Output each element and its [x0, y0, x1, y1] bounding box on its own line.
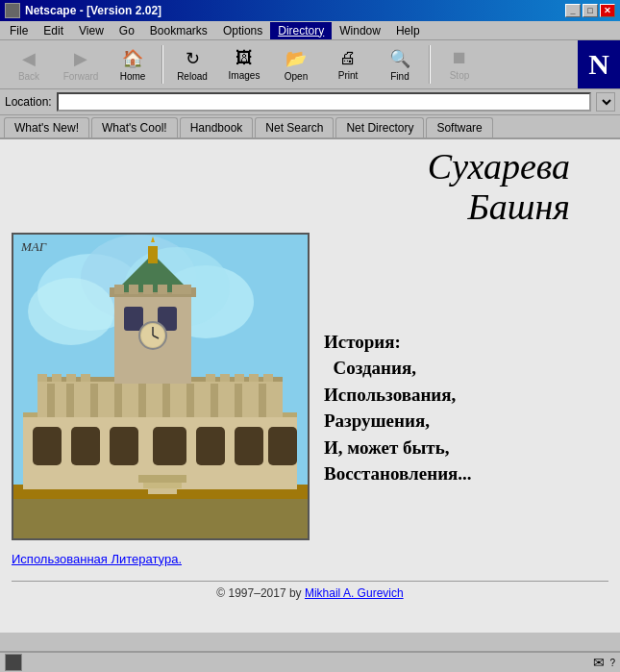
images-icon: 🖼	[236, 48, 253, 68]
svg-rect-12	[110, 427, 138, 465]
menu-window[interactable]: Window	[332, 22, 388, 39]
open-icon: 📂	[285, 48, 307, 69]
svg-rect-22	[114, 384, 122, 417]
svg-rect-14	[196, 427, 225, 465]
app-icon	[5, 3, 20, 18]
back-label: Back	[18, 71, 39, 82]
menu-directory[interactable]: Directory	[270, 22, 332, 39]
svg-rect-49	[81, 374, 90, 382]
svg-rect-28	[259, 384, 266, 417]
toolbar: ◀ Back ▶ Forward 🏠 Home ↻ Reload 🖼 Image…	[0, 40, 620, 89]
menu-bookmarks[interactable]: Bookmarks	[142, 22, 215, 39]
ru-line-3: Использования,	[324, 382, 472, 409]
minimize-button[interactable]: _	[565, 4, 581, 17]
svg-rect-44	[172, 285, 182, 294]
find-button[interactable]: 🔍 Find	[375, 43, 425, 86]
images-label: Images	[229, 70, 260, 81]
images-button[interactable]: 🖼 Images	[219, 43, 269, 86]
svg-rect-52	[235, 374, 244, 382]
menu-file[interactable]: File	[2, 22, 36, 39]
russian-description: История: Создания, Использования, Разруш…	[324, 233, 472, 540]
reload-label: Reload	[177, 71, 208, 82]
ru-line-4: Разрушения,	[324, 408, 472, 435]
status-left	[5, 654, 27, 671]
svg-rect-54	[263, 374, 273, 382]
close-button[interactable]: ✕	[600, 4, 615, 17]
svg-rect-57	[148, 488, 177, 494]
menu-help[interactable]: Help	[388, 22, 428, 39]
menu-options[interactable]: Options	[215, 22, 270, 39]
copyright-link[interactable]: Mikhail A. Gurevich	[305, 586, 404, 600]
home-icon: 🏠	[122, 48, 143, 69]
menu-edit[interactable]: Edit	[36, 22, 71, 39]
print-button[interactable]: 🖨 Print	[323, 43, 373, 86]
toolbar-separator2	[429, 45, 431, 84]
copyright: © 1997–2017 by Mikhail A. Gurevich	[12, 581, 608, 600]
svg-rect-46	[37, 374, 47, 382]
building-svg	[13, 235, 310, 540]
tab-handbook[interactable]: Handbook	[180, 117, 254, 137]
menu-go[interactable]: Go	[112, 22, 142, 39]
svg-rect-15	[235, 427, 263, 465]
location-bar: Location:	[0, 89, 620, 115]
building-image: МАГ	[12, 233, 310, 540]
ru-line-1: История:	[324, 329, 472, 356]
forward-button[interactable]: ▶ Forward	[56, 43, 106, 86]
nav-tabs: What's New! What's Cool! Handbook Net Se…	[0, 115, 620, 139]
find-icon: 🔍	[389, 48, 410, 69]
title-line2: Башня	[12, 187, 570, 228]
svg-rect-40	[114, 285, 124, 294]
status-info: ?	[609, 658, 615, 668]
svg-rect-11	[71, 427, 100, 465]
forward-label: Forward	[63, 71, 99, 82]
title-left: Netscape - [Version 2.02]	[5, 3, 161, 18]
svg-rect-48	[66, 374, 76, 382]
tab-whats-cool[interactable]: What's Cool!	[91, 117, 178, 137]
svg-rect-56	[143, 483, 182, 488]
svg-rect-16	[268, 427, 297, 465]
back-icon: ◀	[22, 48, 36, 69]
find-label: Find	[390, 71, 409, 82]
main-row: МАГ	[12, 233, 608, 540]
open-button[interactable]: 📂 Open	[271, 43, 321, 86]
svg-rect-42	[143, 285, 153, 294]
stop-button[interactable]: ⏹ Stop	[434, 43, 484, 86]
stop-icon: ⏹	[451, 48, 468, 68]
svg-rect-6	[13, 494, 310, 540]
menubar: File Edit View Go Bookmarks Options Dire…	[0, 21, 620, 40]
tab-software[interactable]: Software	[426, 117, 492, 137]
tab-net-search[interactable]: Net Search	[255, 117, 334, 137]
svg-rect-31	[124, 307, 143, 331]
location-input[interactable]	[57, 92, 591, 112]
svg-rect-25	[186, 384, 194, 417]
literature-link[interactable]: Использованная Литература.	[12, 552, 182, 566]
reload-icon: ↻	[186, 48, 200, 69]
main-content: Сухарева Башня МАГ	[0, 139, 620, 633]
svg-rect-23	[138, 384, 146, 417]
location-dropdown[interactable]	[596, 92, 615, 112]
svg-rect-13	[153, 427, 186, 465]
tab-net-directory[interactable]: Net Directory	[335, 117, 424, 137]
footer-link-container: Использованная Литература.	[12, 552, 608, 566]
back-button[interactable]: ◀ Back	[4, 43, 54, 86]
title-line1: Сухарева	[12, 147, 570, 187]
toolbar-separator	[161, 45, 163, 84]
maximize-button[interactable]: □	[583, 4, 598, 17]
forward-icon: ▶	[74, 48, 87, 69]
home-button[interactable]: 🏠 Home	[108, 43, 158, 86]
svg-rect-26	[211, 384, 218, 417]
menu-view[interactable]: View	[71, 22, 112, 39]
statusbar: ✉ ?	[0, 651, 620, 672]
stop-label: Stop	[450, 70, 470, 81]
reload-button[interactable]: ↻ Reload	[167, 43, 217, 86]
print-label: Print	[338, 70, 359, 81]
window-controls: _ □ ✕	[565, 4, 615, 17]
status-icon	[5, 654, 22, 671]
svg-rect-53	[249, 374, 259, 382]
titlebar: Netscape - [Version 2.02] _ □ ✕	[0, 0, 620, 21]
page-title: Сухарева Башня	[12, 147, 608, 228]
svg-rect-51	[220, 374, 230, 382]
svg-rect-24	[162, 384, 170, 417]
ru-line-5: И, может быть,	[324, 435, 472, 461]
tab-whats-new[interactable]: What's New!	[4, 117, 89, 137]
